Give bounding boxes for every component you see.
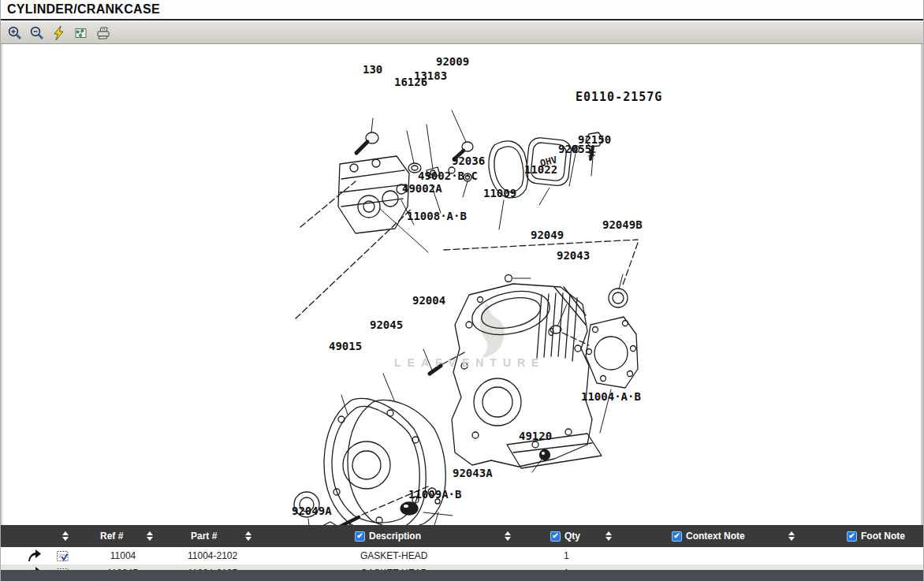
part-label-92150[interactable]: 92150 bbox=[578, 133, 611, 146]
sort-control-ref2[interactable] bbox=[147, 525, 153, 547]
parts-table-header: Ref # Part # ✔Description ✔Qty ✔Context … bbox=[1, 525, 923, 547]
sort-arrows-icon[interactable] bbox=[505, 531, 511, 541]
cell-ref: 11004B bbox=[95, 564, 151, 570]
part-label-92049[interactable]: 92049 bbox=[531, 229, 564, 241]
hotspot-image-icon bbox=[73, 25, 89, 41]
part-label-92043A[interactable]: 92043A bbox=[453, 467, 493, 479]
cell-qty: 1 bbox=[564, 564, 569, 570]
lightning-icon bbox=[51, 25, 67, 41]
part-label-92045[interactable]: 92045 bbox=[370, 318, 403, 331]
printer-icon bbox=[95, 25, 111, 41]
column-header-qty[interactable]: ✔Qty bbox=[550, 525, 580, 547]
column-header-ref[interactable]: Ref # bbox=[100, 525, 123, 547]
part-label-92049B[interactable]: 92049B bbox=[602, 218, 643, 231]
sort-arrows-icon[interactable] bbox=[605, 531, 612, 541]
zoom-out-button[interactable] bbox=[28, 24, 47, 43]
zoom-in-button[interactable] bbox=[6, 24, 24, 43]
sort-arrows-icon[interactable] bbox=[245, 531, 251, 541]
hardware-drawing bbox=[319, 366, 441, 538]
part-label-49002A[interactable]: 49002A bbox=[402, 182, 442, 195]
cell-ref: 11004 bbox=[95, 547, 151, 564]
parts-catalog-window: CYLINDER/CRANKCASE bbox=[0, 0, 924, 581]
jump-to-part-button[interactable] bbox=[26, 564, 42, 570]
notes-check-icon bbox=[56, 549, 69, 563]
parts-table-body: 11004 11004-2102 GASKET-HEAD 1 11004B bbox=[1, 547, 923, 570]
side-plate-drawing bbox=[586, 289, 638, 388]
watermark-flame bbox=[480, 301, 505, 358]
hotspot-button[interactable] bbox=[72, 24, 91, 43]
column-header-context-note[interactable]: ✔Context Note bbox=[672, 525, 745, 547]
part-notes-button[interactable] bbox=[56, 564, 69, 570]
sort-control-part[interactable] bbox=[245, 525, 251, 547]
part-notes-button[interactable] bbox=[56, 547, 69, 564]
sort-control-ref[interactable] bbox=[62, 525, 69, 547]
zoom-out-icon bbox=[29, 25, 45, 41]
column-header-description[interactable]: ✔Description bbox=[355, 525, 421, 547]
description-checkbox[interactable]: ✔ bbox=[355, 531, 365, 542]
context-note-checkbox[interactable]: ✔ bbox=[672, 531, 682, 542]
sort-control-description[interactable] bbox=[505, 525, 511, 547]
page-title-bar: CYLINDER/CRANKCASE bbox=[1, 0, 923, 20]
cell-part: 11004-2102 bbox=[188, 547, 237, 564]
part-label-92009[interactable]: 92009 bbox=[436, 55, 469, 68]
diagram-canvas[interactable]: OHV bbox=[1, 44, 923, 525]
part-label-49002BC[interactable]: 49002·B·C bbox=[418, 169, 478, 182]
watermark-text: LEAFVENTURE bbox=[394, 356, 545, 369]
part-label-11022[interactable]: 11022 bbox=[524, 163, 557, 176]
part-label-49015[interactable]: 49015 bbox=[329, 340, 362, 352]
sort-control-qty[interactable] bbox=[605, 525, 612, 547]
table-row[interactable]: 11004 11004-2102 GASKET-HEAD 1 bbox=[1, 547, 923, 564]
zoom-in-icon bbox=[7, 25, 23, 41]
exploded-engine-diagram: OHV bbox=[2, 44, 924, 581]
page-title: CYLINDER/CRANKCASE bbox=[7, 2, 160, 17]
curved-arrow-icon bbox=[26, 548, 42, 564]
sort-arrows-icon[interactable] bbox=[62, 531, 69, 541]
diagram-code: E0110-2157G bbox=[576, 90, 662, 104]
jump-to-part-button[interactable] bbox=[26, 547, 42, 564]
part-label-11009AB[interactable]: 11009A·B bbox=[408, 488, 461, 501]
qty-checkbox[interactable]: ✔ bbox=[550, 531, 561, 542]
table-row[interactable]: 11004B 11004-2105 GASKET-HEAD 1 bbox=[1, 564, 923, 570]
foot-note-checkbox[interactable]: ✔ bbox=[847, 531, 857, 542]
cell-description: GASKET-HEAD bbox=[360, 547, 427, 564]
bottom-bar bbox=[1, 570, 923, 581]
part-label-49120[interactable]: 49120 bbox=[519, 430, 552, 442]
lightning-button[interactable] bbox=[50, 24, 69, 43]
part-label-92036[interactable]: 92036 bbox=[452, 155, 485, 167]
cell-part: 11004-2105 bbox=[188, 564, 237, 570]
sort-arrows-icon[interactable] bbox=[147, 531, 153, 541]
part-label-130[interactable]: 130 bbox=[363, 63, 382, 76]
sort-arrows-icon[interactable] bbox=[788, 531, 795, 541]
column-header-part[interactable]: Part # bbox=[191, 525, 217, 547]
part-label-11008AB[interactable]: 11008·A·B bbox=[407, 210, 467, 222]
part-label-16126[interactable]: 16126 bbox=[394, 76, 427, 88]
part-label-92043[interactable]: 92043 bbox=[557, 249, 590, 262]
sort-control-context[interactable] bbox=[788, 525, 795, 547]
column-header-foot-note[interactable]: ✔Foot Note bbox=[847, 525, 905, 547]
part-label-11004AB[interactable]: 11004·A·B bbox=[581, 390, 641, 403]
part-label-92004[interactable]: 92004 bbox=[412, 294, 445, 307]
cell-qty: 1 bbox=[564, 547, 569, 564]
cell-description: GASKET-HEAD bbox=[360, 564, 427, 570]
part-label-92049A[interactable]: 92049A bbox=[292, 505, 332, 517]
diagram-toolbar bbox=[1, 22, 923, 44]
print-button[interactable] bbox=[94, 24, 113, 43]
part-label-11009[interactable]: 11009 bbox=[483, 187, 516, 199]
